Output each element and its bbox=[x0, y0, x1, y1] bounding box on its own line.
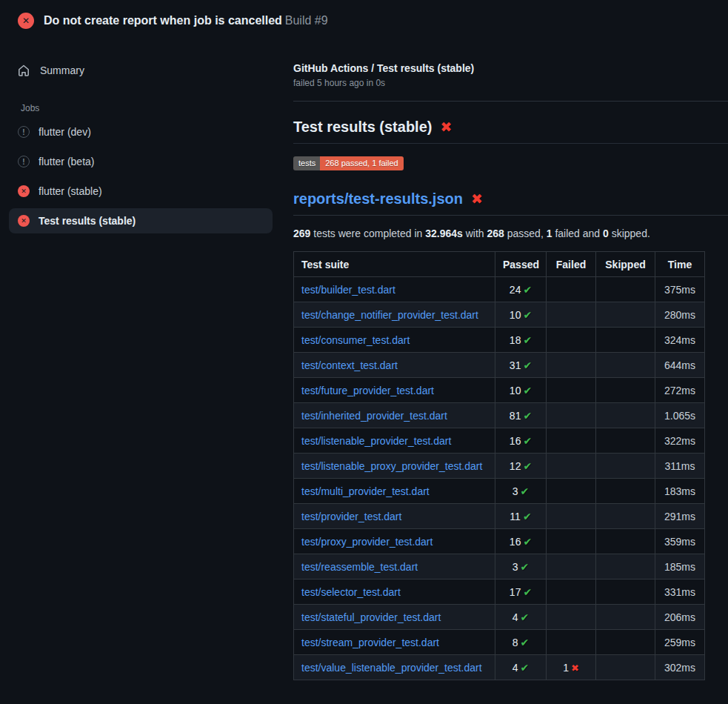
summary-segment: skipped. bbox=[609, 228, 650, 239]
report-file-link[interactable]: reports/test-results.json ✖ bbox=[293, 190, 728, 216]
table-row: test/selector_test.dart17✔331ms bbox=[294, 580, 705, 605]
cell-test-suite: test/listenable_provider_test.dart bbox=[294, 428, 495, 454]
cell-test-suite: test/inherited_provider_test.dart bbox=[294, 403, 495, 428]
sidebar-item-job-2[interactable]: ✕flutter (stable) bbox=[9, 179, 273, 204]
cell-skipped bbox=[596, 554, 655, 580]
passed-count: 10 bbox=[510, 385, 521, 396]
test-summary-sentence: 269 tests were completed in 32.964s with… bbox=[293, 228, 728, 239]
table-row: test/context_test.dart31✔644ms bbox=[294, 353, 705, 378]
cell-passed: 4✔ bbox=[495, 655, 547, 680]
test-suite-link[interactable]: test/listenable_proxy_provider_test.dart bbox=[301, 460, 482, 472]
check-icon: ✔ bbox=[523, 385, 532, 396]
cell-test-suite: test/builder_test.dart bbox=[294, 277, 495, 302]
passed-count: 81 bbox=[510, 410, 521, 422]
test-suite-link[interactable]: test/context_test.dart bbox=[301, 359, 398, 371]
x-circle-icon: ✕ bbox=[18, 185, 30, 197]
cell-test-suite: test/consumer_test.dart bbox=[294, 328, 495, 353]
table-row: test/multi_provider_test.dart3✔183ms bbox=[294, 479, 705, 504]
cell-time: 375ms bbox=[655, 277, 705, 302]
summary-segment: tests were completed in bbox=[310, 228, 425, 239]
tests-badge-label: tests bbox=[293, 156, 320, 170]
cell-failed bbox=[547, 580, 596, 605]
main-content: GitHub Actions / Test results (stable) f… bbox=[281, 41, 728, 680]
cell-passed: 3✔ bbox=[495, 479, 547, 504]
cell-time: 291ms bbox=[655, 504, 705, 529]
cell-time: 324ms bbox=[655, 328, 705, 353]
cell-test-suite: test/selector_test.dart bbox=[294, 580, 495, 605]
check-icon: ✔ bbox=[523, 410, 532, 422]
test-results-table: Test suite Passed Failed Skipped Time te… bbox=[293, 251, 705, 680]
column-header-time: Time bbox=[655, 252, 705, 277]
section-title-text: Test results (stable) bbox=[293, 119, 432, 136]
cell-skipped bbox=[596, 504, 655, 529]
cell-failed bbox=[547, 630, 596, 655]
test-suite-link[interactable]: test/stateful_provider_test.dart bbox=[301, 611, 441, 623]
test-suite-link[interactable]: test/reassemble_test.dart bbox=[301, 561, 418, 573]
cell-failed bbox=[547, 353, 596, 378]
cell-passed: 8✔ bbox=[495, 630, 547, 655]
check-icon: ✔ bbox=[523, 536, 532, 548]
check-icon: ✔ bbox=[523, 511, 532, 522]
sidebar-summary-label: Summary bbox=[40, 64, 84, 76]
cell-passed: 12✔ bbox=[495, 454, 547, 479]
check-icon: ✔ bbox=[521, 662, 530, 674]
test-suite-link[interactable]: test/inherited_provider_test.dart bbox=[301, 410, 447, 422]
test-suite-link[interactable]: test/consumer_test.dart bbox=[301, 334, 410, 346]
passed-count: 24 bbox=[510, 284, 521, 296]
cell-passed: 18✔ bbox=[495, 328, 547, 353]
test-suite-link[interactable]: test/change_notifier_provider_test.dart bbox=[301, 309, 478, 321]
test-suite-link[interactable]: test/multi_provider_test.dart bbox=[301, 485, 430, 497]
test-suite-link[interactable]: test/provider_test.dart bbox=[301, 511, 401, 522]
passed-count: 18 bbox=[510, 334, 521, 346]
job-label: flutter (dev) bbox=[39, 126, 91, 138]
passed-count: 10 bbox=[510, 309, 521, 321]
cell-skipped bbox=[596, 454, 655, 479]
test-suite-link[interactable]: test/stream_provider_test.dart bbox=[301, 637, 439, 648]
sidebar-item-summary[interactable]: Summary bbox=[9, 59, 273, 82]
column-header-test-suite: Test suite bbox=[294, 252, 495, 277]
test-suite-link[interactable]: test/listenable_provider_test.dart bbox=[301, 435, 451, 447]
cell-time: 259ms bbox=[655, 630, 705, 655]
summary-segment: with bbox=[463, 228, 487, 239]
table-row: test/stream_provider_test.dart8✔259ms bbox=[294, 630, 705, 655]
cell-failed bbox=[547, 302, 596, 328]
passed-count: 8 bbox=[512, 637, 518, 648]
cell-failed bbox=[547, 428, 596, 454]
table-row: test/value_listenable_provider_test.dart… bbox=[294, 655, 705, 680]
test-suite-link[interactable]: test/selector_test.dart bbox=[301, 586, 401, 598]
table-row: test/inherited_provider_test.dart81✔1.06… bbox=[294, 403, 705, 428]
sidebar-item-job-1[interactable]: !flutter (beta) bbox=[9, 149, 273, 174]
passed-count: 16 bbox=[510, 536, 521, 548]
summary-segment: 269 bbox=[293, 228, 310, 239]
check-icon: ✔ bbox=[521, 561, 530, 573]
red-cross-icon: ✖ bbox=[471, 192, 483, 206]
test-suite-link[interactable]: test/value_listenable_provider_test.dart bbox=[301, 662, 482, 674]
sidebar-item-job-3[interactable]: ✕Test results (stable) bbox=[9, 208, 273, 233]
cell-time: 280ms bbox=[655, 302, 705, 328]
passed-count: 31 bbox=[510, 359, 521, 371]
cell-failed bbox=[547, 605, 596, 630]
passed-count: 4 bbox=[512, 662, 518, 674]
cell-skipped bbox=[596, 580, 655, 605]
test-suite-link[interactable]: test/proxy_provider_test.dart bbox=[301, 536, 433, 548]
red-cross-icon: ✖ bbox=[440, 120, 452, 134]
check-icon: ✔ bbox=[523, 435, 532, 447]
sidebar-item-job-0[interactable]: !flutter (dev) bbox=[9, 119, 273, 145]
x-circle-icon: ✕ bbox=[18, 13, 34, 29]
report-file-name: reports/test-results.json bbox=[293, 190, 463, 207]
cell-skipped bbox=[596, 605, 655, 630]
passed-count: 4 bbox=[512, 611, 518, 623]
summary-segment: 0 bbox=[603, 228, 609, 239]
summary-segment: failed and bbox=[552, 228, 604, 239]
test-suite-link[interactable]: test/builder_test.dart bbox=[301, 284, 395, 296]
cell-test-suite: test/multi_provider_test.dart bbox=[294, 479, 495, 504]
cell-skipped bbox=[596, 403, 655, 428]
cell-failed bbox=[547, 504, 596, 529]
cell-passed: 16✔ bbox=[495, 529, 547, 554]
alert-circle-icon: ! bbox=[18, 156, 30, 167]
check-icon: ✔ bbox=[523, 284, 532, 296]
cell-passed: 16✔ bbox=[495, 428, 547, 454]
cell-time: 206ms bbox=[655, 605, 705, 630]
summary-segment: 32.964s bbox=[425, 228, 463, 239]
test-suite-link[interactable]: test/future_provider_test.dart bbox=[301, 385, 434, 396]
